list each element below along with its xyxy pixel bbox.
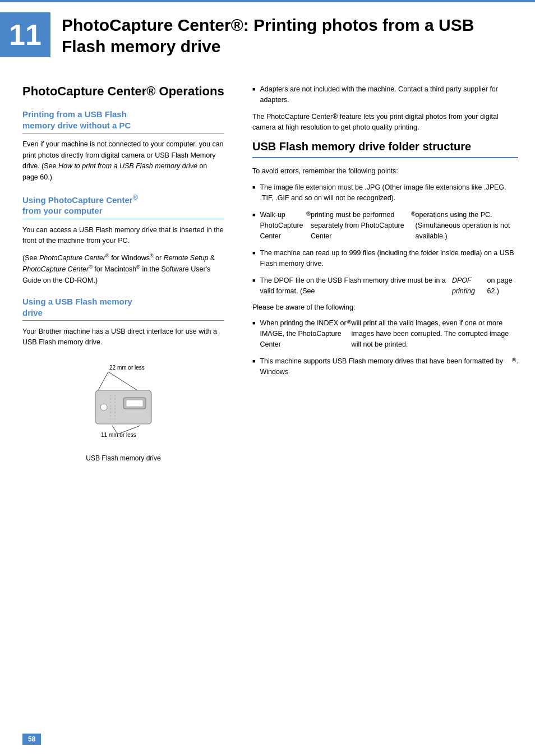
- right-column: Adapters are not included with the machi…: [241, 84, 535, 467]
- page: 11 PhotoCapture Center®: Printing photos…: [0, 0, 535, 756]
- using-from-computer-text1: You can access a USB Flash memory drive …: [22, 225, 224, 247]
- chapter-header: 11 PhotoCapture Center®: Printing photos…: [0, 0, 535, 67]
- usb-folder-heading: USB Flash memory drive folder structure: [252, 139, 518, 158]
- folder-bullet-999files: The machine can read up to 999 files (in…: [252, 248, 518, 270]
- svg-rect-5: [126, 400, 143, 407]
- left-column: PhotoCapture Center® Operations Printing…: [0, 84, 241, 467]
- svg-text:22 mm or less: 22 mm or less: [109, 365, 145, 371]
- folder-bullet-dpof: The DPOF file on the USB Flash memory dr…: [252, 275, 518, 297]
- folder-bullet-jpg: The image file extension must be .JPG (O…: [252, 182, 518, 204]
- using-usb-text: Your Brother machine has a USB direct in…: [22, 326, 224, 348]
- folder-bullet-walkup: Walk-up PhotoCapture Center® printing mu…: [252, 210, 518, 242]
- usb-svg: 22 mm or less: [70, 359, 177, 451]
- subheading-using-from-computer: Using PhotoCapture Center®from your comp…: [22, 193, 224, 219]
- chapter-title: PhotoCapture Center®: Printing photos fr…: [62, 12, 518, 57]
- subheading-using-usb: Using a USB Flash memorydrive: [22, 296, 224, 321]
- folder-bullet-list: The image file extension must be .JPG (O…: [252, 182, 518, 297]
- printing-without-pc-text: Even if your machine is not connected to…: [22, 139, 224, 183]
- svg-text:11 mm or less: 11 mm or less: [101, 432, 136, 438]
- chapter-number: 11: [0, 12, 50, 57]
- aware-bullet-list: When printing the INDEX or IMAGE, the Ph…: [252, 318, 518, 378]
- svg-line-1: [98, 372, 108, 390]
- aware-bullet-windows: This machine supports USB Flash memory d…: [252, 356, 518, 378]
- folder-intro-text: To avoid errors, remember the following …: [252, 166, 518, 177]
- intro-bullet-item: Adapters are not included with the machi…: [252, 84, 518, 106]
- intro-bullet-list: Adapters are not included with the machi…: [252, 84, 518, 106]
- content-area: PhotoCapture Center® Operations Printing…: [0, 84, 535, 483]
- subheading-printing-without-pc: Printing from a USB Flashmemory drive wi…: [22, 109, 224, 133]
- using-from-computer-text2: (See PhotoCapture Center® for Windows® o…: [22, 252, 224, 286]
- page-number: 58: [22, 734, 41, 745]
- svg-point-6: [100, 404, 107, 411]
- intro-body-text: The PhotoCapture Center® feature lets yo…: [252, 112, 518, 133]
- svg-line-2: [108, 372, 137, 390]
- usb-caption: USB Flash memory drive: [86, 454, 160, 462]
- usb-illustration: 22 mm or less: [22, 359, 224, 462]
- main-heading: PhotoCapture Center® Operations: [22, 84, 224, 99]
- please-aware-text: Please be aware of the following:: [252, 302, 518, 313]
- aware-bullet-index: When printing the INDEX or IMAGE, the Ph…: [252, 318, 518, 351]
